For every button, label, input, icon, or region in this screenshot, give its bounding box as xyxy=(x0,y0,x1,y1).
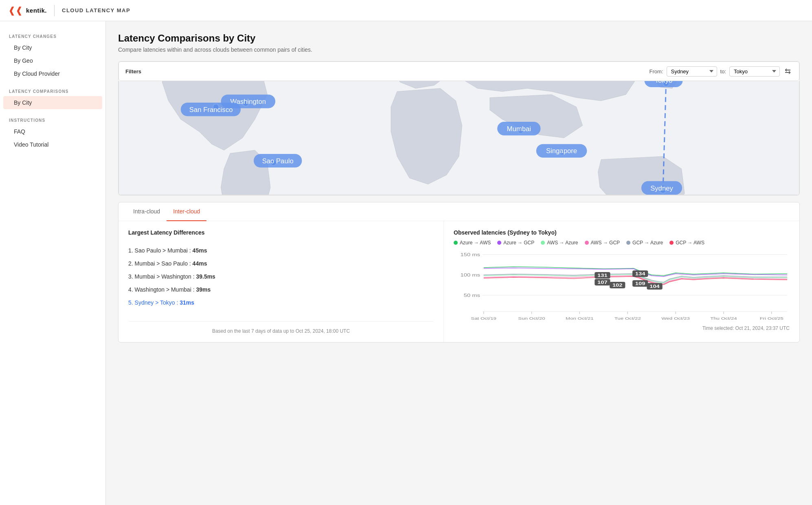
svg-text:Singapore: Singapore xyxy=(546,147,577,155)
svg-text:100 ms: 100 ms xyxy=(461,273,480,277)
legend-aws-azure: AWS → Azure xyxy=(541,240,578,246)
filter-to-label: to: xyxy=(720,68,726,75)
latency-panel-title: Largest Latency Differences xyxy=(128,229,434,236)
latency-panel: Largest Latency Differences 1. Sao Paulo… xyxy=(119,221,444,342)
latency-sep-2: : xyxy=(189,260,193,267)
svg-text:102: 102 xyxy=(612,283,623,288)
map-svg: London Washington San Francisco Mumbai S… xyxy=(119,81,799,195)
legend-dot-aws-gcp xyxy=(585,241,589,245)
svg-text:134: 134 xyxy=(635,272,645,276)
legend-gcp-aws: GCP → AWS xyxy=(669,240,704,246)
svg-text:150 ms: 150 ms xyxy=(461,253,480,257)
swap-button[interactable]: ⇆ xyxy=(783,66,792,77)
tab-inter-cloud[interactable]: Inter-cloud xyxy=(167,202,206,221)
svg-text:Tokyo: Tokyo xyxy=(655,81,673,84)
chart-area: 150 ms 100 ms 50 ms xyxy=(454,250,790,324)
sidebar-item-by-cloud[interactable]: By Cloud Provider xyxy=(0,67,105,80)
legend-label-azure-gcp: Azure → GCP xyxy=(503,240,534,246)
latency-item-4: 4. Washington > Mumbai : 39ms xyxy=(128,283,434,296)
latency-value-4: 39ms xyxy=(196,286,211,293)
chart-legend: Azure → AWS Azure → GCP AWS → Azure xyxy=(454,240,790,246)
sidebar-item-by-city-1[interactable]: By City xyxy=(0,41,105,54)
world-map: London Washington San Francisco Mumbai S… xyxy=(119,81,799,195)
latency-chart-svg: 150 ms 100 ms 50 ms xyxy=(454,250,790,324)
latency-route-3: Mumbai > Washington xyxy=(135,273,191,280)
latency-item-1: 1. Sao Paulo > Mumbai : 45ms xyxy=(128,244,434,257)
sidebar-section-latency-comparisons: LATENCY COMPARISONS xyxy=(0,84,105,96)
logo: ❰❰ kentik. xyxy=(8,5,47,16)
chart-footer: Time selected: Oct 21, 2024, 23:37 UTC xyxy=(454,325,790,331)
legend-label-aws-azure: AWS → Azure xyxy=(547,240,578,246)
app-title: CLOUD LATENCY MAP xyxy=(62,7,130,13)
legend-label-aws-gcp: AWS → GCP xyxy=(591,240,620,246)
latency-rank-1: 1. xyxy=(128,247,135,254)
sidebar-item-by-geo[interactable]: By Geo xyxy=(0,54,105,67)
latency-value-2: 44ms xyxy=(193,260,207,267)
latency-list: 1. Sao Paulo > Mumbai : 45ms 2. Mumbai >… xyxy=(128,244,434,309)
sidebar-item-by-city-2[interactable]: By City xyxy=(3,96,102,109)
svg-text:Fri Oct/25: Fri Oct/25 xyxy=(760,316,783,321)
latency-route-1: Sao Paulo > Mumbai xyxy=(135,247,188,254)
svg-text:Mon Oct/21: Mon Oct/21 xyxy=(566,316,594,321)
latency-route-4: Washington > Mumbai xyxy=(135,286,191,293)
page-title: Latency Comparisons by City xyxy=(118,33,800,44)
latency-value-1: 45ms xyxy=(193,247,207,254)
latency-route-2: Mumbai > Sao Paulo xyxy=(135,260,188,267)
latency-rank-2: 2. xyxy=(128,260,135,267)
svg-text:131: 131 xyxy=(597,273,608,278)
svg-text:Mumbai: Mumbai xyxy=(507,125,531,133)
header-divider xyxy=(54,5,55,16)
latency-value-5: 31ms xyxy=(180,299,194,306)
main-layout: LATENCY CHANGES By City By Geo By Cloud … xyxy=(0,21,812,505)
svg-text:107: 107 xyxy=(597,280,608,285)
latency-item-2: 2. Mumbai > Sao Paulo : 44ms xyxy=(128,257,434,270)
legend-label-azure-aws: Azure → AWS xyxy=(460,240,491,246)
latency-rank-4: 4. xyxy=(128,286,135,293)
app-header: ❰❰ kentik. CLOUD LATENCY MAP xyxy=(0,0,812,21)
legend-azure-gcp: Azure → GCP xyxy=(497,240,534,246)
sidebar-item-faq[interactable]: FAQ xyxy=(0,125,105,138)
svg-text:San Francisco: San Francisco xyxy=(189,106,233,114)
latency-route-5: Sydney > Tokyo xyxy=(135,299,175,306)
main-content: Latency Comparisons by City Compare late… xyxy=(106,21,812,505)
svg-text:Sat Oct/19: Sat Oct/19 xyxy=(471,316,496,321)
filter-controls: From: Sydney Tokyo London San Francisco … xyxy=(650,66,792,77)
filter-to-select[interactable]: Tokyo Sydney London San Francisco Washin… xyxy=(729,66,780,77)
svg-text:Sao Paulo: Sao Paulo xyxy=(262,157,294,165)
logo-text: kentik. xyxy=(26,7,47,14)
tabs-content: Largest Latency Differences 1. Sao Paulo… xyxy=(119,221,799,342)
legend-dot-gcp-azure xyxy=(626,241,630,245)
sidebar-section-latency-changes: LATENCY CHANGES xyxy=(0,29,105,41)
latency-panel-footer: Based on the last 7 days of data up to O… xyxy=(128,321,434,334)
latency-rank-3: 3. xyxy=(128,273,135,280)
latency-sep-1: : xyxy=(189,247,193,254)
svg-text:Wed Oct/23: Wed Oct/23 xyxy=(661,316,690,321)
tab-intra-cloud[interactable]: Intra-cloud xyxy=(127,202,167,221)
legend-aws-gcp: AWS → GCP xyxy=(585,240,620,246)
legend-gcp-azure: GCP → Azure xyxy=(626,240,663,246)
legend-label-gcp-aws: GCP → AWS xyxy=(676,240,704,246)
legend-dot-azure-aws xyxy=(454,241,458,245)
legend-azure-aws: Azure → AWS xyxy=(454,240,491,246)
svg-text:104: 104 xyxy=(650,284,660,289)
latency-rank-5: 5. xyxy=(128,299,135,306)
svg-text:50 ms: 50 ms xyxy=(464,293,480,298)
latency-item-5[interactable]: 5. Sydney > Tokyo : 31ms xyxy=(128,296,434,309)
sidebar-section-instructions: INSTRUCTIONS xyxy=(0,113,105,125)
legend-label-gcp-azure: GCP → Azure xyxy=(632,240,663,246)
filter-from-select[interactable]: Sydney Tokyo London San Francisco Washin… xyxy=(667,66,717,77)
latency-value-3: 39.5ms xyxy=(196,273,215,280)
chart-title: Observed latencies (Sydney to Tokyo) xyxy=(454,229,790,236)
chart-panel: Observed latencies (Sydney to Tokyo) Azu… xyxy=(444,221,799,342)
filter-bar: Filters From: Sydney Tokyo London San Fr… xyxy=(119,61,799,81)
svg-text:Sydney: Sydney xyxy=(650,184,673,192)
tabs-header: Intra-cloud Inter-cloud xyxy=(119,202,799,221)
sidebar-item-video[interactable]: Video Tutorial xyxy=(0,138,105,151)
page-subtitle: Compare latencies within and across clou… xyxy=(118,46,800,53)
sidebar: LATENCY CHANGES By City By Geo By Cloud … xyxy=(0,21,106,505)
svg-text:Thu Oct/24: Thu Oct/24 xyxy=(710,316,737,321)
legend-dot-aws-azure xyxy=(541,241,545,245)
latency-item-3: 3. Mumbai > Washington : 39.5ms xyxy=(128,270,434,283)
legend-dot-azure-gcp xyxy=(497,241,501,245)
kentik-logo-icon: ❰❰ xyxy=(8,5,23,16)
